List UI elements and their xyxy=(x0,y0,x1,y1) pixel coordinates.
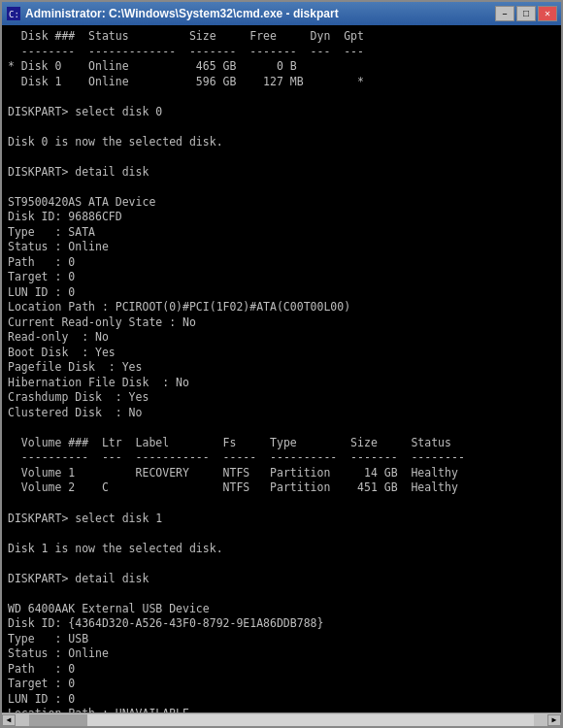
scroll-right-button[interactable]: ▶ xyxy=(547,714,561,726)
cmd-icon: C: xyxy=(6,6,21,21)
svg-text:C:: C: xyxy=(9,10,19,19)
title-bar-left: C: Administrator: C:\Windows\System32\cm… xyxy=(6,6,339,21)
window-title: Administrator: C:\Windows\System32\cmd.e… xyxy=(25,7,339,20)
scroll-left-button[interactable]: ◀ xyxy=(2,714,16,726)
close-button[interactable]: ✕ xyxy=(538,6,557,21)
scrollbar-track[interactable] xyxy=(29,714,534,726)
minimize-button[interactable]: – xyxy=(495,6,514,21)
horizontal-scrollbar: ◀ ▶ xyxy=(2,712,561,726)
terminal-output: Disk ### Status Size Free Dyn Gpt ------… xyxy=(8,29,555,712)
maximize-button[interactable]: □ xyxy=(516,6,536,21)
title-bar: C: Administrator: C:\Windows\System32\cm… xyxy=(2,2,561,25)
terminal-area[interactable]: Disk ### Status Size Free Dyn Gpt ------… xyxy=(2,25,561,712)
title-buttons: – □ ✕ xyxy=(495,6,557,21)
scrollbar-thumb[interactable] xyxy=(29,714,87,726)
window: C: Administrator: C:\Windows\System32\cm… xyxy=(0,0,563,728)
